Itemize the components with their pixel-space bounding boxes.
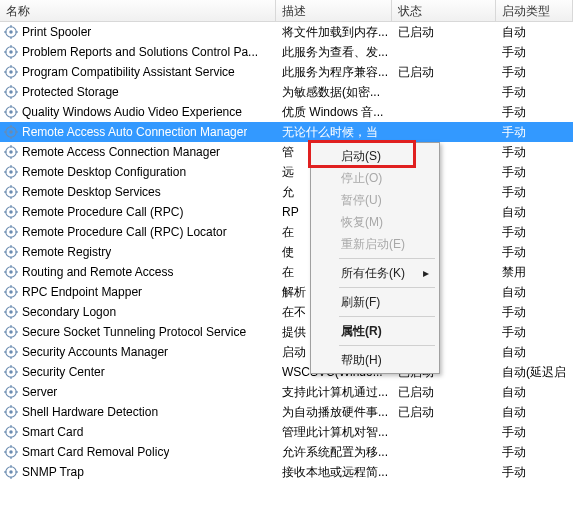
service-row[interactable]: Security CenterWSCSVC(Windo...已启动自动(延迟启 (0, 362, 573, 382)
header-status[interactable]: 状态 (392, 0, 496, 21)
svg-point-37 (9, 150, 13, 154)
gear-icon (4, 25, 18, 39)
service-row[interactable]: Remote Desktop Services允手动 (0, 182, 573, 202)
gear-icon (4, 85, 18, 99)
svg-point-115 (9, 410, 13, 414)
menu-separator (339, 258, 435, 259)
service-name: Security Accounts Manager (22, 342, 168, 362)
menu-all-tasks[interactable]: 所有任务(K) ▸ (313, 262, 437, 284)
gear-icon (4, 125, 18, 139)
svg-point-13 (9, 70, 13, 74)
service-start-type: 自动 (496, 402, 573, 422)
service-row[interactable]: Remote Access Connection Manager管手动 (0, 142, 573, 162)
gear-icon (4, 265, 18, 279)
menu-start[interactable]: 启动(S) (313, 145, 437, 167)
service-start-type: 手动 (496, 462, 573, 482)
gear-icon (4, 45, 18, 59)
svg-point-109 (9, 390, 13, 394)
service-start-type: 手动 (496, 162, 573, 182)
service-start-type: 自动 (496, 22, 573, 42)
service-name: Quality Windows Audio Video Experience (22, 102, 242, 122)
service-row[interactable]: Program Compatibility Assistant Service此… (0, 62, 573, 82)
svg-point-61 (9, 230, 13, 234)
service-row[interactable]: Remote Access Auto Connection Manager无论什… (0, 122, 573, 142)
gear-icon (4, 385, 18, 399)
gear-icon (4, 425, 18, 439)
service-desc: 将文件加载到内存... (276, 22, 392, 42)
service-status (392, 102, 496, 122)
service-start-type: 手动 (496, 182, 573, 202)
gear-icon (4, 405, 18, 419)
service-name: Remote Desktop Services (22, 182, 161, 202)
service-name: Smart Card (22, 422, 83, 442)
service-row[interactable]: Security Accounts Manager启动已启动自动 (0, 342, 573, 362)
service-desc: 无论什么时候，当 (276, 122, 392, 142)
gear-icon (4, 145, 18, 159)
service-status (392, 122, 496, 142)
gear-icon (4, 325, 18, 339)
header-start-type[interactable]: 启动类型 (496, 0, 573, 21)
svg-point-103 (9, 370, 13, 374)
gear-icon (4, 65, 18, 79)
service-name: Shell Hardware Detection (22, 402, 158, 422)
service-status: 已启动 (392, 382, 496, 402)
service-row[interactable]: Remote Procedure Call (RPC)RP已启动自动 (0, 202, 573, 222)
service-row[interactable]: Quality Windows Audio Video Experience优质… (0, 102, 573, 122)
service-name: SNMP Trap (22, 462, 84, 482)
menu-help[interactable]: 帮助(H) (313, 349, 437, 371)
menu-refresh[interactable]: 刷新(F) (313, 291, 437, 313)
gear-icon (4, 365, 18, 379)
service-row[interactable]: Routing and Remote Access在禁用 (0, 262, 573, 282)
service-start-type: 手动 (496, 142, 573, 162)
service-start-type: 手动 (496, 322, 573, 342)
service-start-type: 自动 (496, 282, 573, 302)
svg-point-73 (9, 270, 13, 274)
service-row[interactable]: Print Spooler将文件加载到内存...已启动自动 (0, 22, 573, 42)
menu-properties[interactable]: 属性(R) (313, 320, 437, 342)
service-row[interactable]: Protected Storage为敏感数据(如密...手动 (0, 82, 573, 102)
service-row[interactable]: SNMP Trap接收本地或远程简...手动 (0, 462, 573, 482)
svg-point-67 (9, 250, 13, 254)
service-desc: 允许系统配置为移... (276, 442, 392, 462)
service-row[interactable]: Smart Card管理此计算机对智...手动 (0, 422, 573, 442)
service-row[interactable]: Smart Card Removal Policy允许系统配置为移...手动 (0, 442, 573, 462)
svg-point-85 (9, 310, 13, 314)
service-row[interactable]: Remote Desktop Configuration远手动 (0, 162, 573, 182)
svg-point-127 (9, 450, 13, 454)
service-start-type: 手动 (496, 302, 573, 322)
svg-point-31 (9, 130, 13, 134)
service-start-type: 手动 (496, 442, 573, 462)
service-start-type: 手动 (496, 42, 573, 62)
service-row[interactable]: Secondary Logon在不手动 (0, 302, 573, 322)
service-name: Remote Procedure Call (RPC) Locator (22, 222, 227, 242)
service-start-type: 手动 (496, 62, 573, 82)
service-row[interactable]: Shell Hardware Detection为自动播放硬件事...已启动自动 (0, 402, 573, 422)
service-name: Protected Storage (22, 82, 119, 102)
svg-point-25 (9, 110, 13, 114)
svg-point-91 (9, 330, 13, 334)
menu-all-tasks-label: 所有任务(K) (341, 266, 405, 280)
service-start-type: 手动 (496, 82, 573, 102)
service-row[interactable]: Problem Reports and Solutions Control Pa… (0, 42, 573, 62)
svg-point-133 (9, 470, 13, 474)
service-name: Server (22, 382, 57, 402)
header-desc[interactable]: 描述 (276, 0, 392, 21)
gear-icon (4, 105, 18, 119)
service-row[interactable]: Server支持此计算机通过...已启动自动 (0, 382, 573, 402)
service-start-type: 手动 (496, 122, 573, 142)
service-start-type: 手动 (496, 102, 573, 122)
service-row[interactable]: Remote Procedure Call (RPC) Locator在手动 (0, 222, 573, 242)
header-name[interactable]: 名称 (0, 0, 276, 21)
service-row[interactable]: Secure Socket Tunneling Protocol Service… (0, 322, 573, 342)
svg-point-43 (9, 170, 13, 174)
service-row[interactable]: RPC Endpoint Mapper解析已启动自动 (0, 282, 573, 302)
service-desc: 此服务为查看、发... (276, 42, 392, 62)
service-start-type: 自动 (496, 202, 573, 222)
service-status (392, 422, 496, 442)
svg-point-55 (9, 210, 13, 214)
service-start-type: 手动 (496, 242, 573, 262)
service-row[interactable]: Remote Registry使手动 (0, 242, 573, 262)
service-start-type: 自动(延迟启 (496, 362, 573, 382)
service-start-type: 自动 (496, 382, 573, 402)
service-name: Remote Desktop Configuration (22, 162, 186, 182)
